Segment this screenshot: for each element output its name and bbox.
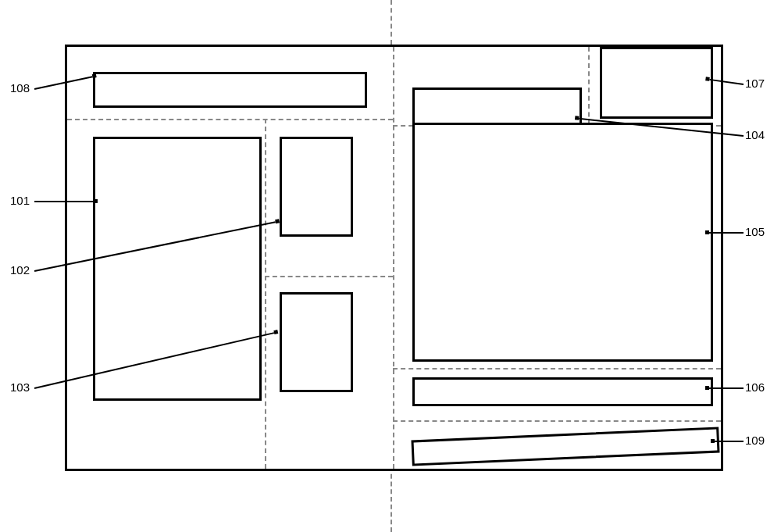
label-109: 109: [745, 434, 765, 447]
outer-frame: [65, 45, 723, 471]
center-axis-top: [390, 0, 392, 45]
label-106: 106: [745, 380, 765, 394]
label-108: 108: [10, 81, 30, 95]
left-section-mid-divider: [265, 276, 393, 277]
diagram-canvas: 108 101 102 103 107 104 105 106 109: [0, 0, 781, 532]
element-102: [280, 137, 353, 237]
right-low-h-divider: [393, 420, 721, 422]
right-mid-h-divider: [393, 368, 721, 370]
element-104: [412, 87, 582, 127]
center-axis-bottom: [390, 466, 392, 532]
label-104: 104: [745, 128, 765, 141]
element-109: [411, 427, 719, 466]
lead-109: [715, 441, 744, 442]
label-105: 105: [745, 225, 765, 238]
element-105: [412, 123, 713, 362]
label-102: 102: [10, 263, 30, 277]
left-section-vert-divider: [265, 119, 266, 469]
lead-106: [709, 387, 744, 389]
label-101: 101: [10, 194, 30, 207]
center-vertical-inside: [393, 47, 394, 469]
element-106: [412, 377, 713, 406]
lead-101: [34, 201, 94, 202]
element-107: [600, 47, 713, 119]
element-108: [93, 72, 367, 108]
lead-105: [709, 232, 744, 234]
element-103: [280, 292, 353, 392]
left-section-top-divider: [67, 119, 393, 120]
label-103: 103: [10, 380, 30, 394]
element-101: [93, 137, 262, 401]
label-107: 107: [745, 77, 765, 90]
right-top-vert-divider: [588, 47, 590, 125]
